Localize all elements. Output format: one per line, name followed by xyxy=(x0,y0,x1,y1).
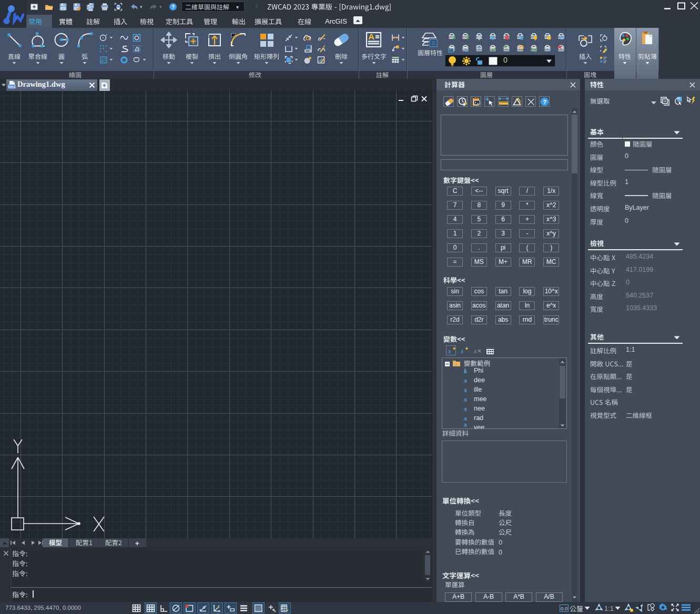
svg-text:?: ? xyxy=(543,99,546,105)
svg-text:x: x xyxy=(460,347,464,355)
svg-text:x: x xyxy=(473,347,477,355)
svg-text:x: x xyxy=(454,362,457,367)
svg-text:x: x xyxy=(448,347,451,355)
svg-text:DWG: DWG xyxy=(8,85,15,88)
svg-text:?: ? xyxy=(171,4,175,10)
